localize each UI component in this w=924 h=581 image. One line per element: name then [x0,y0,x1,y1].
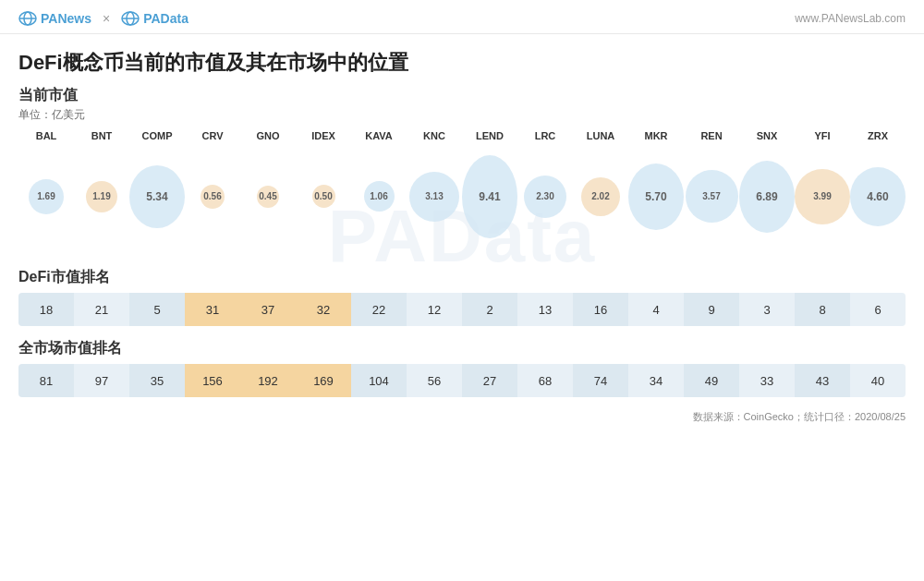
coin-label-yfi: YFI [795,130,850,141]
coin-label-knc: KNC [407,130,462,141]
bubble-bnt: 1.19 [86,181,117,212]
coin-label-snx: SNX [739,130,795,141]
market-rank-section: 全市场市值排名 81973515619216910456276874344933… [18,339,906,397]
bubble-cell-mkr: 5.70 [628,143,684,249]
rank-cell-7: 12 [407,293,462,326]
rank-cell-15: 40 [850,364,906,397]
footer-note: 数据来源：CoinGecko；统计口径：2020/08/25 [18,410,906,424]
rank-cell-6: 22 [351,293,407,326]
bubble-cell-lrc: 2.30 [517,143,573,249]
rank-cell-0: 18 [18,293,74,326]
coin-label-idex: IDEX [296,130,351,141]
section1-title: 当前市值 [18,86,906,105]
bubble-container: BALBNTCOMPCRVGNOIDEXKAVAKNCLENDLRCLUNAMK… [18,130,906,249]
logo-area: PANews × PAData [18,11,188,26]
bubble-bal: 1.69 [29,179,64,214]
logo-panews: PANews [18,11,91,26]
bubble-yfi: 3.99 [795,169,850,224]
market-rank-row: 819735156192169104562768743449334340 [18,364,906,397]
rank-cell-6: 104 [351,364,407,397]
website-url: www.PANewsLab.com [795,12,906,25]
coin-label-bnt: BNT [74,130,129,141]
coin-label-lrc: LRC [517,130,573,141]
bubble-lend: 9.41 [462,155,517,238]
rank-cell-11: 34 [628,364,684,397]
rank-cell-4: 37 [240,293,296,326]
bubble-ren: 3.57 [686,170,738,223]
rank-cell-11: 4 [628,293,684,326]
bubble-idex: 0.50 [312,185,335,208]
bubble-comp: 5.34 [129,165,185,228]
bubble-cell-ren: 3.57 [684,143,739,249]
rank-cell-13: 33 [739,364,795,397]
rank-cell-3: 31 [185,293,240,326]
section1-unit: 单位：亿美元 [18,107,906,123]
bubble-gno: 0.45 [257,186,279,208]
bubble-snx: 6.89 [739,161,795,233]
rank-cell-14: 8 [795,293,850,326]
coin-label-luna: LUNA [573,130,628,141]
rank-cell-12: 49 [684,364,739,397]
bubble-cell-bal: 1.69 [18,143,74,249]
coin-label-gno: GNO [240,130,296,141]
bubble-luna: 2.02 [581,177,620,216]
bubble-cell-knc: 3.13 [407,143,462,249]
bubble-cell-lend: 9.41 [462,143,517,249]
bubble-cell-idex: 0.50 [296,143,351,249]
bubble-kava: 1.06 [364,181,395,212]
bubble-cell-comp: 5.34 [129,143,185,249]
rank-cell-9: 68 [517,364,573,397]
defi-rank-row: 1821531373222122131649386 [18,293,906,326]
coin-label-comp: COMP [129,130,185,141]
rank-cell-12: 9 [684,293,739,326]
coin-label-lend: LEND [462,130,517,141]
coin-label-ren: REN [684,130,739,141]
rank-cell-1: 97 [74,364,129,397]
bubble-cell-snx: 6.89 [739,143,795,249]
logo-padata: PAData [121,11,188,26]
rank-cell-2: 5 [129,293,185,326]
rank-cell-13: 3 [739,293,795,326]
rank-cell-5: 169 [296,364,351,397]
rank-cell-4: 192 [240,364,296,397]
coin-label-zrx: ZRX [850,130,906,141]
coin-label-bal: BAL [18,130,74,141]
padata-icon [121,11,140,26]
header: PANews × PAData www.PANewsLab.com [0,0,924,34]
page-title: DeFi概念币当前的市值及其在市场中的位置 [18,49,906,77]
rank-cell-9: 13 [517,293,573,326]
bubble-cell-yfi: 3.99 [795,143,850,249]
section2-title: DeFi市值排名 [18,268,906,287]
rank-cell-2: 35 [129,364,185,397]
bubble-crv: 0.56 [201,185,225,209]
bubble-section: 当前市值 单位：亿美元 BALBNTCOMPCRVGNOIDEXKAVAKNCL… [18,86,906,249]
bubble-cell-bnt: 1.19 [74,143,129,249]
rank-cell-7: 56 [407,364,462,397]
rank-cell-10: 74 [573,364,628,397]
bubble-row: 1.691.195.340.560.450.501.063.139.412.30… [18,143,906,249]
bubble-cell-zrx: 4.60 [850,143,906,249]
panews-icon [18,11,37,26]
rank-cell-10: 16 [573,293,628,326]
rank-cell-1: 21 [74,293,129,326]
coin-labels-row: BALBNTCOMPCRVGNOIDEXKAVAKNCLENDLRCLUNAMK… [18,130,906,141]
rank-cell-3: 156 [185,364,240,397]
rank-cell-8: 2 [462,293,517,326]
coin-label-kava: KAVA [351,130,407,141]
section3-title: 全市场市值排名 [18,339,906,358]
bubble-lrc: 2.30 [524,176,566,218]
bubble-cell-kava: 1.06 [351,143,407,249]
bubble-zrx: 4.60 [850,167,906,226]
bubble-mkr: 5.70 [628,163,684,230]
coin-label-crv: CRV [185,130,240,141]
rank-cell-15: 6 [850,293,906,326]
bubble-cell-luna: 2.02 [573,143,628,249]
logo-separator: × [103,11,110,26]
rank-cell-0: 81 [18,364,74,397]
rank-cell-5: 32 [296,293,351,326]
bubble-cell-crv: 0.56 [185,143,240,249]
rank-cell-8: 27 [462,364,517,397]
main-content: PAData DeFi概念币当前的市值及其在市场中的位置 当前市值 单位：亿美元… [0,34,924,439]
defi-rank-section: DeFi市值排名 1821531373222122131649386 [18,268,906,326]
bubble-knc: 3.13 [409,172,459,222]
